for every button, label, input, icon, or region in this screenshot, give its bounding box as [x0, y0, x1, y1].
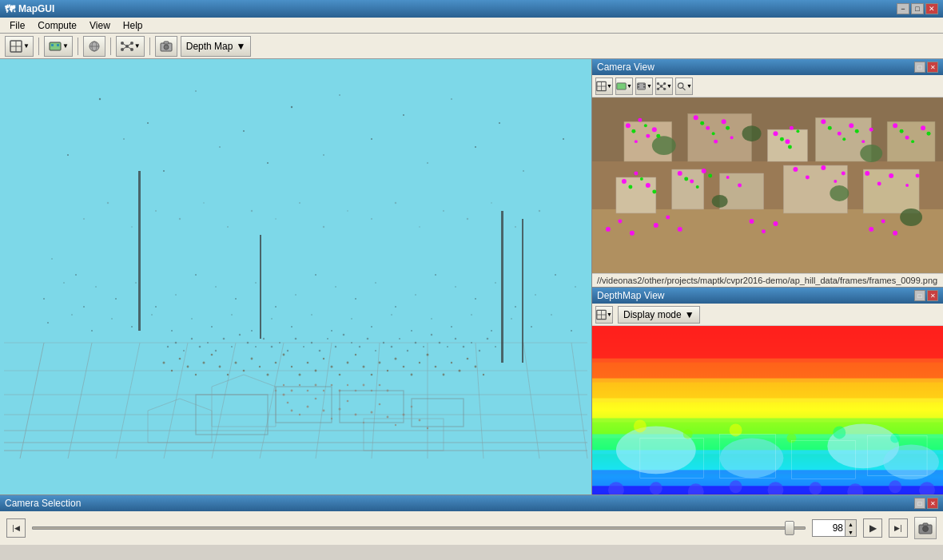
svg-marker-208: [148, 399, 212, 443]
svg-point-250: [271, 318, 273, 320]
svg-point-139: [439, 342, 441, 344]
depthmap-view-minimize-btn[interactable]: □: [914, 290, 925, 301]
svg-point-222: [255, 282, 257, 284]
toolbar-select-btn[interactable]: ▼: [5, 36, 34, 57]
frame-number-input[interactable]: [813, 522, 845, 534]
svg-point-146: [495, 346, 496, 348]
camera-selection-controls[interactable]: □ ✕: [914, 498, 938, 509]
toolbar-view-btn[interactable]: ▼: [44, 36, 73, 57]
camera-view-close-btn[interactable]: ✕: [927, 62, 938, 73]
depthmap-view-controls[interactable]: □ ✕: [914, 290, 938, 301]
svg-point-313: [722, 119, 726, 124]
svg-point-241: [91, 330, 93, 332]
svg-point-404: [730, 480, 742, 493]
depthmap-view-header: DepthMap View □ ✕: [592, 288, 943, 304]
toolbar-sphere-btn[interactable]: [83, 36, 105, 57]
svg-point-114: [239, 334, 241, 336]
svg-point-92: [387, 370, 388, 371]
svg-point-134: [399, 338, 400, 340]
cam-nodes-btn[interactable]: ▼: [655, 77, 673, 95]
menu-view[interactable]: View: [83, 18, 117, 33]
camera-view-controls[interactable]: □ ✕: [914, 62, 938, 73]
svg-point-355: [881, 219, 885, 223]
toolbar-nodes-btn[interactable]: ▼: [116, 36, 145, 57]
svg-point-144: [479, 350, 480, 351]
depth-crosshair-btn[interactable]: ▼: [595, 306, 613, 324]
svg-point-122: [303, 346, 304, 348]
cam-sel-minimize-btn[interactable]: □: [914, 498, 925, 509]
svg-point-224: [295, 294, 296, 296]
svg-point-186: [427, 427, 428, 429]
svg-point-252: [311, 314, 312, 316]
svg-point-141: [455, 338, 456, 340]
svg-point-363: [780, 137, 784, 141]
cam-sel-close-btn[interactable]: ✕: [927, 498, 938, 509]
cam-sel-end-btn[interactable]: ▶|: [889, 518, 908, 538]
toolbar-camera-btn[interactable]: [155, 36, 177, 57]
svg-point-238: [575, 286, 576, 288]
close-button[interactable]: ✕: [925, 3, 938, 14]
cam-film-btn[interactable]: ▼: [635, 77, 653, 95]
svg-point-138: [431, 334, 432, 336]
menu-file[interactable]: File: [3, 18, 31, 33]
cam-crosshair-btn[interactable]: ▼: [595, 77, 613, 95]
frame-number-spin[interactable]: ▲ ▼: [845, 520, 856, 536]
svg-point-185: [419, 419, 421, 422]
svg-point-255: [371, 326, 372, 328]
svg-point-157: [323, 226, 324, 228]
depthmap-view-close-btn[interactable]: ✕: [927, 290, 938, 301]
aerial-photo-svg: [592, 97, 943, 273]
svg-point-242: [111, 318, 113, 320]
svg-point-73: [235, 362, 237, 364]
svg-point-310: [646, 134, 650, 138]
camera-view-minimize-btn[interactable]: □: [914, 62, 925, 73]
cam-zoom-btn[interactable]: ▼: [675, 77, 693, 95]
depthmap-display-mode-dropdown[interactable]: Display mode ▼: [618, 306, 700, 324]
frame-num-up-btn[interactable]: ▲: [845, 520, 856, 528]
svg-point-119: [279, 342, 281, 344]
svg-point-315: [714, 140, 718, 144]
svg-point-160: [395, 202, 396, 204]
menu-help[interactable]: Help: [117, 18, 149, 33]
cam-view-btn[interactable]: ▼: [615, 77, 633, 95]
minimize-button[interactable]: −: [897, 3, 909, 14]
svg-rect-204: [340, 391, 404, 423]
svg-point-219: [195, 274, 197, 276]
cam-sel-camera-btn[interactable]: [914, 517, 937, 539]
cam-sel-start-btn[interactable]: |◀: [6, 518, 26, 538]
depthmap-display-mode-label: Display mode: [623, 309, 682, 320]
svg-point-188: [283, 384, 284, 386]
maximize-button[interactable]: □: [911, 3, 924, 14]
svg-point-362: [726, 126, 730, 130]
svg-rect-63: [522, 219, 523, 363]
svg-point-369: [900, 129, 904, 133]
svg-point-225: [315, 274, 316, 276]
svg-point-147: [83, 218, 85, 220]
svg-point-256: [391, 314, 392, 316]
svg-line-35: [372, 343, 380, 459]
title-bar-controls[interactable]: − □ ✕: [897, 3, 938, 14]
svg-point-262: [511, 318, 512, 320]
svg-point-366: [828, 126, 832, 130]
cam-sel-play-btn[interactable]: ▶: [863, 518, 882, 538]
depthmap-view-toolbar: ▼ Display mode ▼: [592, 304, 943, 326]
svg-point-244: [151, 314, 153, 316]
svg-point-357: [631, 129, 635, 133]
svg-point-232: [455, 286, 456, 288]
svg-point-317: [790, 126, 794, 130]
menu-compute[interactable]: Compute: [31, 18, 83, 33]
left-3d-view[interactable]: [0, 59, 591, 494]
svg-point-96: [419, 362, 420, 363]
cam-sel-slider[interactable]: [32, 526, 806, 530]
toolbar-sep-4: [149, 38, 150, 55]
frame-num-down-btn[interactable]: ▼: [845, 528, 856, 536]
svg-point-116: [255, 346, 257, 348]
svg-point-46: [403, 114, 404, 116]
svg-point-130: [367, 338, 369, 340]
cam-sel-slider-thumb[interactable]: [785, 521, 794, 535]
svg-point-351: [750, 219, 754, 224]
svg-point-182: [395, 424, 396, 426]
svg-point-211: [83, 306, 85, 308]
display-mode-dropdown[interactable]: Depth Map ▼: [181, 36, 252, 57]
svg-point-170: [299, 414, 300, 415]
